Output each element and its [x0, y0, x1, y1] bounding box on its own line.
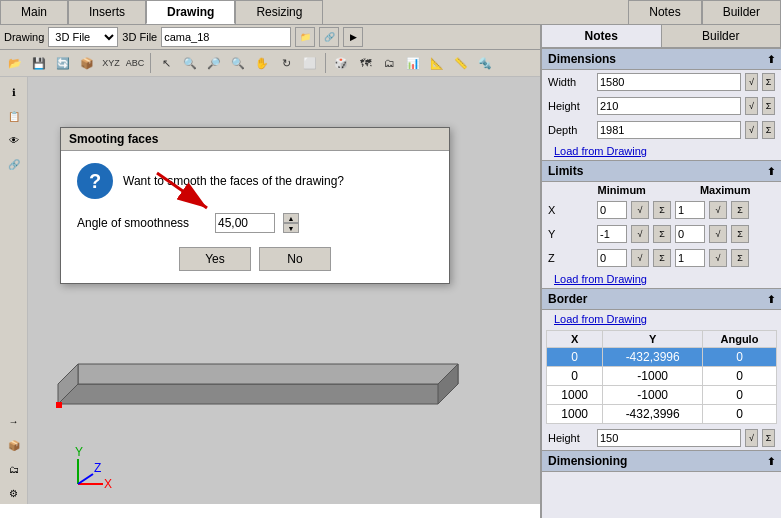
depth-sqrt-btn[interactable]: √	[745, 121, 758, 139]
icon-cursor[interactable]: ↖	[155, 52, 177, 74]
smoothing-dialog: Smooting faces ? Want to smooth the face…	[60, 127, 450, 284]
border-table-row[interactable]: 0-10000	[547, 367, 777, 386]
border-load-link[interactable]: Load from Drawing	[548, 311, 653, 327]
limits-y-row: Y √ Σ √ Σ	[542, 222, 781, 246]
open-button[interactable]: 🔗	[319, 27, 339, 47]
side-icon-settings[interactable]: ⚙	[3, 482, 25, 504]
angle-up[interactable]: ▲	[283, 213, 299, 223]
yes-button[interactable]: Yes	[179, 247, 251, 271]
icon-3d4[interactable]: 📊	[402, 52, 424, 74]
limits-x-max-input[interactable]	[675, 201, 705, 219]
limits-z-min-sqrt[interactable]: √	[631, 249, 649, 267]
limits-z-max-input[interactable]	[675, 249, 705, 267]
browse-button[interactable]: 📁	[295, 27, 315, 47]
dimensioning-collapse-btn[interactable]: ⬆	[767, 456, 775, 467]
side-icon-arrow-right[interactable]: →	[3, 410, 25, 432]
side-icon-eye[interactable]: 👁	[3, 129, 25, 151]
svg-rect-4	[56, 402, 62, 408]
depth-row: Depth √ Σ	[542, 118, 781, 142]
height-input[interactable]	[597, 97, 741, 115]
side-icon-cube2[interactable]: 🗂	[3, 458, 25, 480]
icon-zoom-out[interactable]: 🔍	[227, 52, 249, 74]
tab-resizing[interactable]: Resizing	[235, 0, 323, 24]
left-panel: Drawing 3D File 3D File 📁 🔗 ▶ 📂 💾 🔄 📦 XY…	[0, 25, 541, 518]
border-height-sum-btn[interactable]: Σ	[762, 429, 775, 447]
limits-x-min-input[interactable]	[597, 201, 627, 219]
drawing-type-select[interactable]: 3D File	[48, 27, 118, 47]
icon-3d3[interactable]: 🗂	[378, 52, 400, 74]
icon-box-zoom[interactable]: ⬜	[299, 52, 321, 74]
limits-collapse-btn[interactable]: ⬆	[767, 166, 775, 177]
tab-inserts[interactable]: Inserts	[68, 0, 146, 24]
icon-pan[interactable]: ✋	[251, 52, 273, 74]
side-icon-layer[interactable]: 📋	[3, 105, 25, 127]
side-icon-cube1[interactable]: 📦	[3, 434, 25, 456]
icon-3d2[interactable]: 🗺	[354, 52, 376, 74]
limits-y-max-sqrt[interactable]: √	[709, 225, 727, 243]
limits-x-label: X	[548, 204, 593, 216]
canvas-area[interactable]: ℹ 📋 👁 🔗 → 📦 🗂 ⚙	[0, 77, 540, 504]
limits-x-min-sum[interactable]: Σ	[653, 201, 671, 219]
limits-z-min-input[interactable]	[597, 249, 627, 267]
limits-z-max-sum[interactable]: Σ	[731, 249, 749, 267]
icon-abc[interactable]: ABC	[124, 52, 146, 74]
limits-x-max-sum[interactable]: Σ	[731, 201, 749, 219]
icon-3d7[interactable]: 🔩	[474, 52, 496, 74]
icon-3d1[interactable]: 🎲	[330, 52, 352, 74]
icon-cube[interactable]: 📦	[76, 52, 98, 74]
border-table-row[interactable]: 0-432,39960	[547, 348, 777, 367]
tab-notes[interactable]: Notes	[628, 0, 701, 24]
height-sum-btn[interactable]: Σ	[762, 97, 775, 115]
limits-x-max-sqrt[interactable]: √	[709, 201, 727, 219]
dimensions-collapse-btn[interactable]: ⬆	[767, 54, 775, 65]
icon-save[interactable]: 💾	[28, 52, 50, 74]
limits-y-min-input[interactable]	[597, 225, 627, 243]
icon-refresh[interactable]: 🔄	[52, 52, 74, 74]
arrow-button[interactable]: ▶	[343, 27, 363, 47]
icon-rotate[interactable]: ↻	[275, 52, 297, 74]
icon-3d6[interactable]: 📏	[450, 52, 472, 74]
limits-x-min-sqrt[interactable]: √	[631, 201, 649, 219]
right-tab-notes[interactable]: Notes	[542, 25, 662, 47]
icon-zoom-fit[interactable]: 🔍	[179, 52, 201, 74]
width-sum-btn[interactable]: Σ	[762, 73, 775, 91]
limits-load-link[interactable]: Load from Drawing	[548, 271, 653, 287]
right-tab-builder[interactable]: Builder	[662, 25, 782, 47]
dimensions-load-link[interactable]: Load from Drawing	[548, 143, 653, 159]
icon-xyz[interactable]: XYZ	[100, 52, 122, 74]
file-name-input[interactable]	[161, 27, 291, 47]
border-table-row[interactable]: 1000-432,39960	[547, 405, 777, 424]
border-table-wrap[interactable]: X Y Angulo 0-432,399600-100001000-100001…	[542, 328, 781, 426]
icon-open[interactable]: 📂	[4, 52, 26, 74]
side-icon-info[interactable]: ℹ	[3, 81, 25, 103]
toolbar-row: Drawing 3D File 3D File 📁 🔗 ▶	[0, 25, 540, 50]
limits-y-max-input[interactable]	[675, 225, 705, 243]
icon-zoom-in[interactable]: 🔎	[203, 52, 225, 74]
angle-input[interactable]	[215, 213, 275, 233]
tab-main[interactable]: Main	[0, 0, 68, 24]
angle-down[interactable]: ▼	[283, 223, 299, 233]
depth-sum-btn[interactable]: Σ	[762, 121, 775, 139]
width-input[interactable]	[597, 73, 741, 91]
limits-z-min-sum[interactable]: Σ	[653, 249, 671, 267]
icon-3d5[interactable]: 📐	[426, 52, 448, 74]
tab-drawing[interactable]: Drawing	[146, 0, 235, 24]
side-icon-link[interactable]: 🔗	[3, 153, 25, 175]
limits-title: Limits	[548, 164, 583, 178]
border-height-sqrt-btn[interactable]: √	[745, 429, 758, 447]
limits-y-max-sum[interactable]: Σ	[731, 225, 749, 243]
border-table-row[interactable]: 1000-10000	[547, 386, 777, 405]
svg-marker-1	[78, 364, 458, 384]
width-sqrt-btn[interactable]: √	[745, 73, 758, 91]
top-tab-bar: Main Inserts Drawing Resizing Notes Buil…	[0, 0, 781, 25]
depth-input[interactable]	[597, 121, 741, 139]
no-button[interactable]: No	[259, 247, 331, 271]
limits-z-max-sqrt[interactable]: √	[709, 249, 727, 267]
border-collapse-btn[interactable]: ⬆	[767, 294, 775, 305]
tab-builder[interactable]: Builder	[702, 0, 781, 24]
border-height-input[interactable]	[597, 429, 741, 447]
limits-y-min-sum[interactable]: Σ	[653, 225, 671, 243]
limits-y-min-sqrt[interactable]: √	[631, 225, 649, 243]
angle-spinner[interactable]: ▲ ▼	[283, 213, 299, 233]
height-sqrt-btn[interactable]: √	[745, 97, 758, 115]
